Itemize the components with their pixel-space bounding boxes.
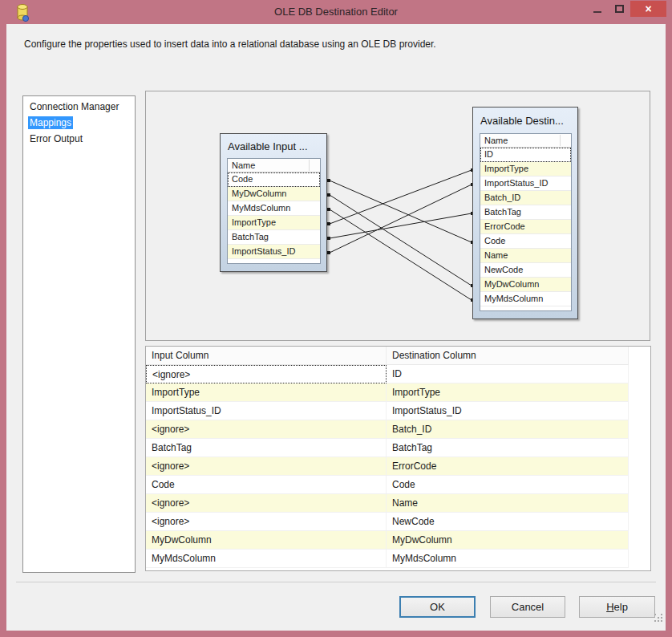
input-box-title: Available Input ... <box>221 134 326 158</box>
destination-column-cell[interactable]: Batch_ID <box>387 420 629 439</box>
table-row: CodeCode <box>146 476 650 494</box>
available-destination-columns-box[interactable]: Available Destin... NameIDImportTypeImpo… <box>472 107 578 319</box>
input-column-header: Input Column <box>146 347 387 365</box>
input-column-cell[interactable]: BatchTag <box>146 439 387 457</box>
sidebar-item-label: Error Output <box>28 132 84 145</box>
footer-separator <box>16 582 656 582</box>
sidebar-item-label: Mappings <box>28 116 73 129</box>
input-column-cell[interactable]: <ignore> <box>146 494 387 513</box>
destination-column-header: Destination Column <box>387 347 629 365</box>
resize-grip-icon[interactable] <box>654 614 663 623</box>
destination-column-cell[interactable]: ImportType <box>387 383 629 402</box>
window-title: OLE DB Destination Editor <box>0 0 672 24</box>
mapping-diagram-panel: Available Input ... NameCodeMyDwColumnMy… <box>145 91 650 341</box>
table-row: <ignore>ErrorCode <box>146 457 650 476</box>
sidebar-item-connection-manager[interactable]: Connection Manager <box>23 99 135 116</box>
column-row[interactable]: Name <box>480 249 571 263</box>
titlebar: OLE DB Destination Editor × <box>0 0 672 24</box>
table-row: ImportTypeImportType <box>146 383 650 402</box>
input-column-cell[interactable]: Code <box>146 476 387 494</box>
close-button[interactable]: × <box>630 1 666 17</box>
destination-box-title: Available Destin... <box>473 108 577 133</box>
destination-column-cell[interactable]: MyDwColumn <box>387 531 629 550</box>
destination-column-cell[interactable]: Code <box>387 476 629 494</box>
table-row: <ignore>ID <box>146 365 650 383</box>
table-row: <ignore>Name <box>146 494 650 513</box>
column-mapping-table: Input Column Destination Column <ignore>… <box>145 346 651 571</box>
input-columns-grid: NameCodeMyDwColumnMyMdsColumnImportTypeB… <box>227 158 321 264</box>
table-row: ImportStatus_IDImportStatus_ID <box>146 402 650 420</box>
minimize-button[interactable] <box>588 0 607 17</box>
column-row[interactable]: ID <box>480 148 571 162</box>
destination-column-cell[interactable]: ErrorCode <box>387 457 629 476</box>
sidebar-item-error-output[interactable]: Error Output <box>23 132 135 148</box>
grid-column-header: Name <box>480 134 571 148</box>
pages-sidebar: Connection ManagerMappingsError Output <box>22 95 136 573</box>
table-row: <ignore>Batch_ID <box>146 420 650 439</box>
column-row[interactable]: ImportStatus_ID <box>228 245 320 259</box>
mapping-table-header: Input Column Destination Column <box>146 347 650 365</box>
column-row[interactable]: MyDwColumn <box>480 278 571 292</box>
input-column-cell[interactable]: ImportStatus_ID <box>146 402 387 420</box>
destination-column-cell[interactable]: ID <box>387 365 629 383</box>
maximize-icon <box>615 5 624 13</box>
destination-columns-grid: NameIDImportTypeImportStatus_IDBatch_IDB… <box>480 133 572 311</box>
column-row[interactable]: BatchTag <box>480 205 571 220</box>
mapping-table-rows: <ignore>IDImportTypeImportTypeImportStat… <box>146 365 650 568</box>
column-row[interactable]: Code <box>228 172 320 187</box>
cancel-button[interactable]: Cancel <box>490 596 565 618</box>
maximize-button[interactable] <box>609 0 629 17</box>
input-column-cell[interactable]: <ignore> <box>146 457 387 476</box>
input-column-cell[interactable]: MyDwColumn <box>146 531 387 550</box>
column-row[interactable]: MyDwColumn <box>228 187 320 201</box>
help-button[interactable]: Help <box>579 596 655 618</box>
column-row[interactable]: BatchTag <box>228 230 320 245</box>
dialog-content: Configure the properties used to insert … <box>6 24 666 631</box>
dialog-description: Configure the properties used to insert … <box>24 39 436 50</box>
column-row[interactable]: ImportType <box>480 162 571 176</box>
destination-column-cell[interactable]: BatchTag <box>387 439 629 457</box>
destination-column-cell[interactable]: ImportStatus_ID <box>387 402 629 420</box>
input-column-cell[interactable]: <ignore> <box>146 365 387 383</box>
input-column-cell[interactable]: MyMdsColumn <box>146 550 387 568</box>
table-row: BatchTagBatchTag <box>146 439 650 457</box>
available-input-columns-box[interactable]: Available Input ... NameCodeMyDwColumnMy… <box>220 133 327 272</box>
column-row[interactable]: MyMdsColumn <box>228 201 320 216</box>
input-column-cell[interactable]: <ignore> <box>146 513 387 531</box>
table-row: MyMdsColumnMyMdsColumn <box>146 550 650 568</box>
destination-column-cell[interactable]: MyMdsColumn <box>387 550 629 568</box>
table-row: MyDwColumnMyDwColumn <box>146 531 650 550</box>
column-row[interactable]: Code <box>480 234 571 249</box>
dialog-window: OLE DB Destination Editor × Configure th… <box>0 0 672 637</box>
minimize-icon <box>593 11 601 13</box>
sidebar-item-label: Connection Manager <box>28 100 120 113</box>
column-row[interactable]: ImportStatus_ID <box>480 176 571 191</box>
column-row[interactable]: MyMdsColumn <box>480 292 571 306</box>
input-column-cell[interactable]: ImportType <box>146 383 387 402</box>
column-row[interactable]: Batch_ID <box>480 191 571 205</box>
column-row[interactable]: NewCode <box>480 263 571 278</box>
destination-column-cell[interactable]: Name <box>387 494 629 513</box>
column-row[interactable]: ImportType <box>228 216 320 230</box>
sidebar-item-mappings[interactable]: Mappings <box>23 116 135 132</box>
ok-button[interactable]: OK <box>399 596 476 618</box>
column-row[interactable]: ErrorCode <box>480 220 571 234</box>
input-column-cell[interactable]: <ignore> <box>146 420 387 439</box>
close-icon: × <box>645 2 651 15</box>
grid-column-header: Name <box>228 159 320 172</box>
destination-column-cell[interactable]: NewCode <box>387 513 629 531</box>
table-row: <ignore>NewCode <box>146 513 650 531</box>
